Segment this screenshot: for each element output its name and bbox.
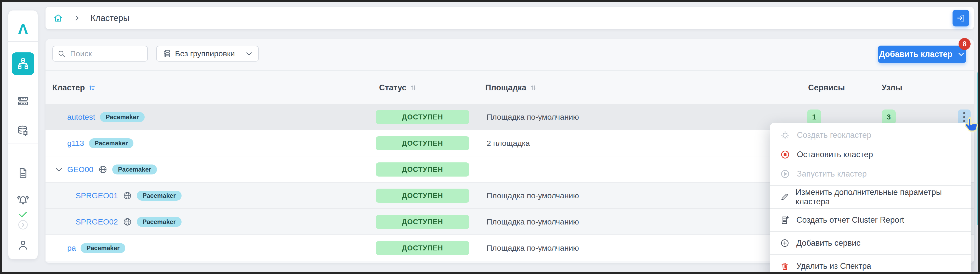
menu-item-stop-cluster[interactable]: Остановить кластер	[770, 145, 971, 164]
pacemaker-tag: Pacemaker	[89, 138, 134, 148]
sort-icon[interactable]	[530, 84, 537, 91]
column-header-services: Сервисы	[808, 71, 845, 104]
chevron-down-icon	[245, 50, 253, 58]
search-input[interactable]	[70, 49, 143, 58]
breadcrumb-bar: Кластеры	[46, 7, 974, 29]
geo-cluster-icon	[780, 130, 790, 140]
breadcrumb[interactable]: Кластеры	[91, 13, 129, 23]
table-header: Кластер Статус Площадка Сервисы	[46, 71, 974, 104]
sidebar-item-documents[interactable]	[8, 167, 38, 179]
pacemaker-tag: Pacemaker	[81, 243, 125, 253]
add-cluster-button[interactable]: Добавить кластер	[878, 46, 966, 63]
site-cell: Площадка по-умолчанию	[487, 209, 579, 235]
divider	[770, 185, 971, 186]
cluster-link[interactable]: GEO00	[67, 165, 93, 174]
report-icon	[780, 215, 789, 225]
site-cell: Площадка по-умолчанию	[487, 183, 579, 209]
services-count-badge[interactable]: 1	[807, 109, 821, 125]
status-badge: ДОСТУПЕН	[375, 241, 469, 255]
status-badge: ДОСТУПЕН	[375, 189, 469, 203]
pacemaker-tag: Pacemaker	[112, 165, 157, 175]
column-header-status[interactable]: Статус	[379, 71, 417, 104]
sidebar-item-servers[interactable]	[8, 95, 38, 107]
add-cluster-badge: 8	[959, 38, 970, 50]
grouping-icon	[162, 49, 171, 58]
site-cell: Площадка по-умолчанию	[487, 104, 579, 130]
menu-item-delete-from-spectrum[interactable]: Удалить из Спектра	[770, 256, 971, 274]
column-header-site[interactable]: Площадка	[485, 71, 537, 104]
status-badge: ДОСТУПЕН	[375, 136, 469, 151]
nodes-count-badge[interactable]: 3	[881, 109, 896, 125]
status-badge: ДОСТУПЕН	[375, 215, 469, 229]
row-context-menu: Создать геокластер Остановить кластер За…	[770, 123, 971, 274]
pacemaker-tag: Pacemaker	[137, 217, 181, 227]
column-header-cluster[interactable]: Кластер	[52, 71, 96, 104]
menu-item-add-service[interactable]: Добавить сервис	[770, 233, 971, 253]
home-icon[interactable]	[53, 13, 63, 23]
clusters-icon	[17, 58, 29, 70]
app-window: Λ	[0, 0, 980, 274]
sidebar-item-alerts[interactable]	[8, 194, 38, 207]
divider	[770, 208, 971, 209]
vertical-scrollbar[interactable]	[977, 72, 980, 225]
status-badge: ДОСТУПЕН	[375, 162, 469, 176]
divider	[8, 41, 38, 42]
menu-item-create-geocluster: Создать геокластер	[770, 125, 971, 145]
sidebar-item-profile[interactable]	[8, 239, 38, 251]
search-box[interactable]	[52, 46, 148, 62]
stop-icon	[780, 149, 790, 160]
status-badge: ДОСТУПЕН	[375, 110, 469, 124]
sidebar: Λ	[8, 10, 38, 260]
add-cluster-label: Добавить кластер	[879, 50, 952, 59]
grouping-value: Без группировки	[175, 49, 235, 58]
divider	[770, 231, 971, 232]
pencil-icon	[780, 192, 789, 202]
cluster-link[interactable]: SPRGEO02	[76, 218, 118, 226]
sort-ascending-icon[interactable]	[88, 84, 96, 91]
grouping-select[interactable]: Без группировки	[156, 46, 259, 62]
plus-circle-icon	[780, 239, 789, 248]
search-icon	[57, 50, 65, 58]
cluster-link[interactable]: g113	[67, 139, 84, 148]
pacemaker-tag: Pacemaker	[137, 191, 181, 201]
site-cell: 2 площадка	[487, 130, 530, 156]
site-cell: Площадка по-умолчанию	[487, 235, 579, 261]
globe-icon	[123, 217, 132, 227]
menu-item-start-cluster: Запустить кластер	[770, 164, 971, 184]
alerts-ok-check-icon	[8, 209, 38, 220]
sidebar-collapse-button[interactable]	[8, 219, 38, 231]
expand-chevron-icon[interactable]	[54, 156, 63, 183]
app-logo: Λ	[8, 21, 38, 37]
menu-item-edit-parameters[interactable]: Изменить дополнительные параметры класте…	[770, 187, 971, 207]
divider	[770, 254, 971, 255]
globe-icon	[98, 165, 108, 174]
column-header-nodes: Узлы	[881, 71, 902, 104]
chevron-right-icon	[73, 14, 81, 22]
cluster-link[interactable]: pa	[67, 244, 76, 253]
divider	[8, 144, 38, 144]
sidebar-item-clusters[interactable]	[12, 52, 34, 75]
cluster-link[interactable]: autotest	[67, 113, 95, 122]
cluster-link[interactable]: SPRGEO01	[76, 191, 118, 200]
sidebar-item-databases[interactable]	[8, 125, 38, 137]
chevron-down-icon	[957, 50, 965, 58]
globe-icon	[123, 191, 132, 200]
menu-item-cluster-report[interactable]: Создать отчет Cluster Report	[770, 210, 971, 230]
play-icon	[780, 169, 790, 179]
login-button[interactable]	[953, 10, 969, 26]
sort-icon[interactable]	[410, 84, 417, 91]
mouse-cursor	[964, 117, 980, 135]
pacemaker-tag: Pacemaker	[100, 112, 145, 122]
trash-icon	[780, 261, 789, 271]
